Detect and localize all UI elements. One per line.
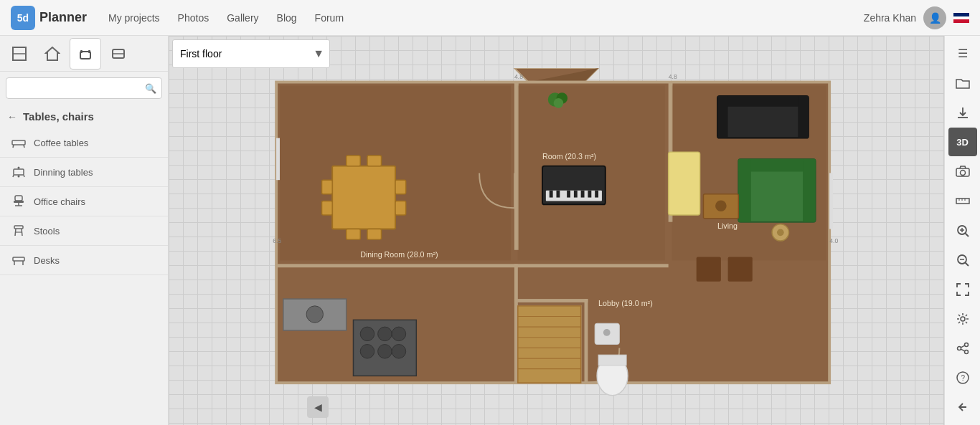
- svg-point-80: [360, 345, 374, 359]
- user-name: Zehra Khan: [864, 12, 916, 24]
- nav-my-projects[interactable]: My projects: [108, 12, 160, 24]
- svg-point-81: [378, 345, 392, 359]
- svg-rect-39: [829, 173, 833, 229]
- svg-rect-20: [14, 226, 23, 229]
- furniture-tool[interactable]: [70, 38, 101, 70]
- measurement-right: 4.0: [829, 237, 838, 244]
- svg-rect-73: [697, 257, 721, 282]
- office-chairs-label: Office chairs: [34, 196, 85, 207]
- svg-rect-49: [395, 201, 406, 215]
- svg-rect-102: [956, 199, 969, 204]
- sidebar-item-stools[interactable]: Stools: [0, 216, 168, 246]
- svg-rect-51: [367, 156, 382, 166]
- green-sofa-furniture: [738, 159, 815, 222]
- svg-rect-66: [798, 96, 809, 138]
- svg-marker-2: [46, 47, 59, 60]
- category-header[interactable]: ← Tables, chairs: [0, 105, 168, 128]
- 3d-view-button[interactable]: 3D: [948, 128, 977, 156]
- svg-rect-38: [276, 138, 280, 181]
- svg-line-13: [24, 175, 24, 177]
- svg-point-101: [960, 171, 965, 176]
- svg-rect-53: [367, 229, 382, 239]
- furniture2-tool[interactable]: [103, 38, 134, 70]
- svg-rect-45: [332, 166, 395, 229]
- collapse-button[interactable]: ◀: [307, 396, 329, 418]
- share-icon[interactable]: [948, 335, 977, 363]
- avatar[interactable]: 👤: [923, 6, 946, 29]
- ruler-icon[interactable]: [948, 187, 977, 215]
- nav-photos[interactable]: Photos: [178, 12, 209, 24]
- zoom-in-icon[interactable]: [948, 216, 977, 244]
- svg-point-115: [964, 350, 968, 354]
- svg-point-15: [18, 176, 20, 178]
- svg-rect-5: [88, 50, 90, 53]
- logo-text: Planner: [39, 10, 87, 25]
- living-label: Living: [717, 221, 738, 230]
- svg-rect-74: [728, 257, 753, 282]
- svg-point-72: [715, 200, 727, 211]
- coffee-table-living: [703, 194, 738, 219]
- nav-forum[interactable]: Forum: [315, 12, 344, 24]
- svg-rect-48: [395, 180, 406, 194]
- canvas-area[interactable]: First floor Second floor Ground floor ▼: [169, 36, 944, 425]
- help-icon[interactable]: ?: [948, 364, 977, 392]
- svg-rect-50: [347, 156, 361, 166]
- camera-icon[interactable]: [948, 158, 977, 186]
- sidebar-item-coffee-tables[interactable]: Coffee tables: [0, 128, 168, 158]
- tool-icons-row: [0, 36, 168, 72]
- office-chair-icon: [11, 194, 27, 209]
- search-box: 🔍: [6, 77, 162, 99]
- back-history-icon[interactable]: [948, 393, 977, 421]
- svg-rect-46: [322, 180, 333, 194]
- svg-rect-61: [588, 191, 591, 198]
- svg-point-84: [306, 306, 323, 323]
- stools-label: Stools: [34, 226, 60, 237]
- svg-rect-65: [717, 96, 728, 138]
- svg-line-117: [961, 345, 964, 348]
- svg-point-79: [392, 327, 406, 341]
- svg-rect-16: [15, 196, 22, 201]
- svg-line-12: [13, 175, 14, 177]
- svg-rect-86: [598, 355, 626, 366]
- zoom-out-icon[interactable]: [948, 246, 977, 274]
- draw-walls-tool[interactable]: [4, 38, 35, 70]
- svg-rect-69: [738, 159, 751, 222]
- search-icon: 🔍: [145, 83, 156, 94]
- svg-rect-59: [574, 191, 578, 198]
- sidebar-item-office-chairs[interactable]: Office chairs: [0, 187, 168, 216]
- download-icon[interactable]: [948, 98, 977, 126]
- nav-blog[interactable]: Blog: [277, 12, 297, 24]
- settings-icon[interactable]: [948, 305, 977, 333]
- menu-icon[interactable]: ☰: [948, 39, 977, 67]
- svg-point-82: [392, 345, 406, 359]
- svg-line-10: [24, 145, 24, 148]
- floor-selector[interactable]: First floor Second floor Ground floor: [172, 39, 330, 68]
- svg-rect-52: [347, 229, 361, 239]
- measurement-top: 4.8: [514, 73, 523, 80]
- floorplan-svg[interactable]: Dining Room (28.0 m²) Room (20.3 m²) Liv…: [176, 68, 937, 418]
- lobby-label: Lobby (19.0 m²): [598, 299, 653, 307]
- svg-rect-57: [557, 191, 560, 198]
- svg-line-9: [13, 145, 14, 148]
- svg-rect-24: [13, 257, 24, 261]
- search-input[interactable]: [6, 77, 162, 99]
- home-tool[interactable]: [37, 38, 68, 70]
- desk-icon: [11, 252, 27, 268]
- fullscreen-icon[interactable]: [948, 275, 977, 303]
- flag-icon: [953, 13, 969, 23]
- sidebar-item-desks[interactable]: Desks: [0, 246, 168, 275]
- navbar: 5d Planner My projects Photos Gallery Bl…: [0, 0, 980, 36]
- svg-point-14: [18, 167, 20, 169]
- svg-text:?: ?: [961, 374, 965, 382]
- folder-icon[interactable]: [948, 69, 977, 97]
- logo[interactable]: 5d Planner: [11, 6, 87, 30]
- measurement-left: 6.5: [273, 237, 281, 244]
- nav-gallery[interactable]: Gallery: [227, 12, 258, 24]
- sidebar-item-dinning-tables[interactable]: Dinning tables: [0, 158, 168, 187]
- svg-rect-35: [585, 299, 588, 383]
- svg-point-98: [554, 98, 564, 108]
- nav-right: Zehra Khan 👤: [864, 6, 969, 29]
- svg-rect-33: [276, 264, 669, 267]
- svg-rect-56: [550, 191, 553, 198]
- ottoman-furniture: [669, 152, 700, 215]
